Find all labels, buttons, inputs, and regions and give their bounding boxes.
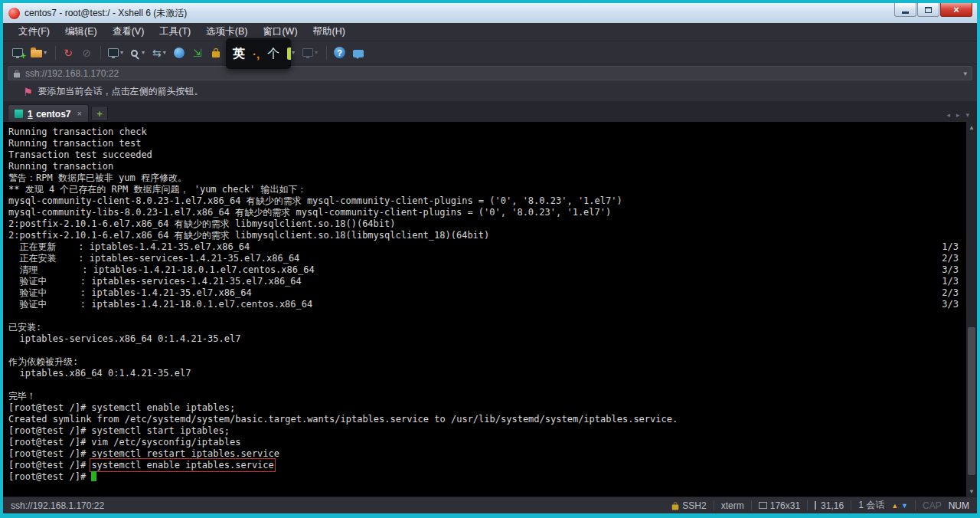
- ime-punctuation-icon[interactable]: ·,: [253, 48, 260, 61]
- progress-fraction: 3/3: [942, 264, 959, 276]
- close-button[interactable]: ×: [940, 3, 972, 17]
- reconnect-button[interactable]: ↻: [60, 44, 77, 61]
- menu-tools[interactable]: 工具(T): [152, 23, 198, 41]
- terminal-area: Running transaction checkRunning transac…: [3, 122, 977, 497]
- status-screen-size-label: 176x31: [770, 500, 800, 511]
- num-lock-indicator: NUM: [949, 500, 969, 511]
- feedback-icon: [353, 50, 364, 57]
- maximize-icon: [925, 7, 932, 13]
- terminal-line: [root@test /]# vim /etc/sysconfig/iptabl…: [8, 437, 966, 448]
- minimize-button[interactable]: [894, 3, 916, 17]
- tab-close-icon[interactable]: ×: [77, 109, 82, 118]
- new-terminal-button[interactable]: ▾: [105, 46, 126, 59]
- find-caret-icon: ▾: [142, 49, 145, 56]
- fullscreen-button[interactable]: ⇲: [189, 44, 206, 61]
- status-cursor-position: 31,16: [815, 500, 844, 511]
- lock-screen-button[interactable]: [207, 45, 224, 60]
- terminal-line: [root@test /]#: [8, 471, 966, 483]
- terminal-line: 清理 : iptables-1.4.21-18.0.1.el7.centos.x…: [8, 264, 966, 276]
- terminal-line: Running transaction: [8, 161, 966, 172]
- find-icon: [131, 50, 138, 57]
- address-input[interactable]: ssh://192.168.1.170:22 ▾: [8, 66, 972, 80]
- new-session-button[interactable]: [9, 46, 26, 59]
- terminal-line: Running transaction check: [8, 126, 966, 138]
- tab-scroll-left-icon[interactable]: ◂: [946, 111, 950, 119]
- terminal-line: [root@test /]# systemctl enable iptables…: [8, 402, 966, 414]
- terminal-line: [root@test /]# systemctl start iptables;: [8, 425, 966, 437]
- web-browser-icon: [174, 48, 185, 58]
- terminal-line: 2:postfix-2.10.1-6.el7.x86_64 有缺少的需求 lib…: [8, 218, 966, 230]
- transfer-icon: ⇆: [152, 47, 162, 59]
- new-tab-button[interactable]: +: [91, 106, 108, 121]
- new-session-icon: [12, 48, 23, 57]
- menu-file[interactable]: 文件(F): [11, 23, 57, 41]
- tab-menu-icon[interactable]: ▾: [965, 111, 969, 119]
- toolbar-separator: [100, 46, 101, 60]
- terminal-line: [8, 379, 966, 391]
- tab-bar: 1 centos7 × + ◂ ▸ ▾: [3, 102, 977, 122]
- upload-icon[interactable]: ▲: [891, 502, 898, 510]
- scrollbar-up-icon[interactable]: ▲: [966, 122, 977, 133]
- terminal-line: 验证中 : iptables-services-1.4.21-35.el7.x8…: [8, 276, 966, 287]
- status-arrows: ▲ ▼: [891, 502, 908, 510]
- ime-toolbox-icon[interactable]: 个: [267, 46, 279, 62]
- progress-fraction: 2/3: [942, 287, 959, 299]
- find-button[interactable]: ▾: [128, 47, 148, 59]
- new-terminal-icon: [108, 48, 119, 57]
- terminal-line: 正在安装 : iptables-services-1.4.21-35.el7.x…: [8, 253, 966, 264]
- file-transfer-folder-caret-icon: ▾: [292, 49, 295, 56]
- help-button[interactable]: [331, 44, 348, 61]
- tab-index: 1: [28, 109, 33, 120]
- minimize-icon: [902, 11, 909, 14]
- scrollbar-thumb[interactable]: [968, 327, 975, 476]
- window-controls: ×: [894, 3, 977, 17]
- ime-popup[interactable]: 英 ·, 个: [226, 38, 291, 69]
- terminal-scrollbar[interactable]: ▲ ▼: [966, 122, 977, 497]
- terminal-screen[interactable]: Running transaction checkRunning transac…: [3, 122, 966, 497]
- scrollbar-down-icon[interactable]: ▼: [966, 486, 977, 497]
- progress-fraction: 1/3: [942, 241, 959, 253]
- ime-language-indicator[interactable]: 英: [233, 46, 245, 62]
- fullscreen-icon: ⇲: [193, 47, 202, 59]
- caps-lock-indicator: CAP: [923, 500, 942, 511]
- terminal-line: [root@test /]# systemctl enable iptables…: [8, 460, 966, 471]
- xshell-window: centos7 - root@test:/ - Xshell 6 (未激活) ×…: [0, 0, 980, 518]
- terminal-line: mysql-community-client-8.0.23-1.el7.x86_…: [8, 195, 966, 207]
- cursor-position-icon: [815, 501, 816, 510]
- tab-scroll-right-icon[interactable]: ▸: [956, 111, 960, 119]
- transfer-button[interactable]: ⇆▾: [149, 44, 169, 61]
- open-session-button[interactable]: ▾: [28, 45, 50, 60]
- menu-view[interactable]: 查看(V): [105, 23, 152, 41]
- title-bar[interactable]: centos7 - root@test:/ - Xshell 6 (未激活) ×: [3, 3, 977, 23]
- address-dropdown-icon[interactable]: ▾: [963, 70, 967, 77]
- scrollbar-track[interactable]: [966, 133, 977, 486]
- menu-help[interactable]: 帮助(H): [305, 23, 353, 41]
- status-protocol-label: SSH2: [682, 500, 706, 511]
- window-layout-button: ▾: [299, 46, 321, 59]
- disconnect-button: ⊘: [78, 44, 95, 61]
- tab-color-indicator: [15, 110, 23, 118]
- status-separator: [807, 500, 808, 510]
- disconnect-icon: ⊘: [82, 47, 91, 59]
- terminal-line: Transaction test succeeded: [8, 149, 966, 161]
- toolbar-separator: [326, 46, 327, 60]
- maximize-button[interactable]: [917, 3, 939, 17]
- feedback-button[interactable]: [350, 46, 367, 60]
- terminal-line: Running transaction test: [8, 138, 966, 149]
- menu-edit[interactable]: 编辑(E): [57, 23, 105, 41]
- status-address: ssh://192.168.1.170:22: [11, 500, 104, 511]
- progress-fraction: 3/3: [942, 299, 959, 310]
- tab-scroll-controls: ◂ ▸ ▾: [946, 111, 977, 122]
- tab-centos7[interactable]: 1 centos7 ×: [8, 104, 89, 122]
- terminal-cursor: [91, 471, 96, 481]
- new-terminal-caret-icon: ▾: [120, 49, 123, 56]
- status-right-group: SSH2 xterm 176x31 31,16 1 会话 ▲ ▼ CAP NUM: [671, 499, 969, 512]
- reconnect-icon: ↻: [64, 47, 73, 59]
- terminal-line: ** 发现 4 个已存在的 RPM 数据库问题， 'yum check' 输出如…: [8, 184, 966, 195]
- status-session-count: 1 会话: [858, 499, 884, 512]
- download-icon[interactable]: ▼: [901, 502, 908, 510]
- web-browser-button[interactable]: [171, 45, 188, 61]
- terminal-line: Created symlink from /etc/systemd/system…: [8, 414, 966, 425]
- window-layout-icon: [302, 48, 313, 57]
- ime-partial-icon: [287, 48, 291, 60]
